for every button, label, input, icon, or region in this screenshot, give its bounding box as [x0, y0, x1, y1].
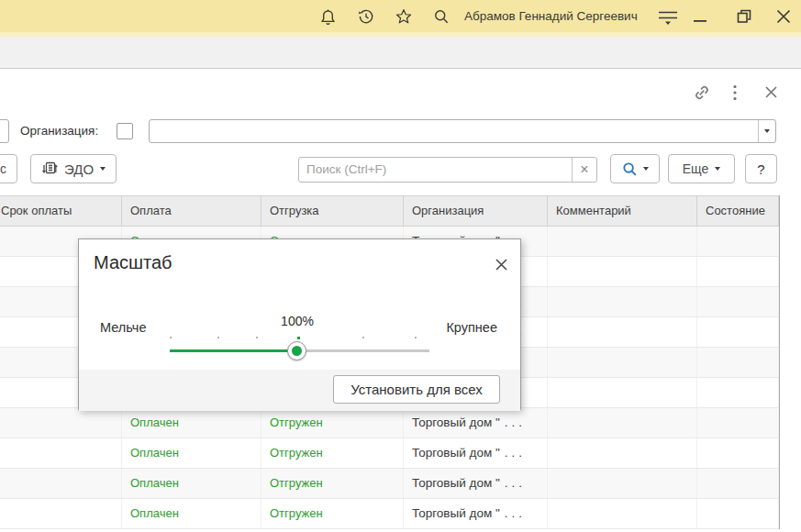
close-window-button[interactable]	[774, 7, 795, 26]
cell-empty	[0, 469, 122, 498]
cell-empty	[697, 408, 779, 438]
restore-window-button[interactable]	[735, 7, 755, 26]
table-row[interactable]: ОплаченОтгруженТорговый дом "...	[0, 408, 779, 438]
cell-empty	[548, 499, 697, 528]
cell-payment: Оплачен	[122, 408, 261, 438]
column-header[interactable]: Отгрузка	[261, 196, 404, 226]
help-button[interactable]: ?	[745, 154, 777, 183]
zoom-dialog: Масштаб Мельче Крупнее 100% Установить д…	[78, 238, 521, 410]
close-form-icon[interactable]	[764, 85, 779, 100]
left-cropped-field[interactable]	[0, 119, 9, 143]
cell-empty	[697, 469, 779, 498]
cell-empty	[548, 378, 697, 407]
cell-shipment: Отгружен	[261, 438, 404, 468]
search-field[interactable]: Поиск (Ctrl+F) ×	[298, 157, 597, 183]
organization-filter-checkbox[interactable]	[117, 123, 133, 139]
column-header[interactable]: Оплата	[122, 196, 261, 226]
left-cropped-button[interactable]: с	[0, 154, 17, 183]
cropped-button-label: с	[0, 161, 6, 176]
column-header[interactable]: Организация	[404, 196, 548, 226]
cell-shipment: Отгружен	[261, 499, 404, 528]
table-row[interactable]: ОплаченОтгруженТорговый дом "...	[0, 438, 779, 469]
organization-text: Торговый дом "	[412, 476, 500, 490]
cell-organization: Торговый дом "...	[404, 499, 548, 528]
organization-filter-label: Организация:	[20, 119, 98, 143]
organization-text: Торговый дом "	[412, 506, 500, 520]
zoom-larger-label: Крупнее	[446, 320, 497, 335]
slider-tick	[256, 337, 258, 338]
notifications-bell-icon[interactable]	[318, 7, 339, 26]
cell-empty	[697, 287, 779, 316]
zoom-smaller-label: Мельче	[100, 320, 147, 335]
more-button[interactable]: Еще	[668, 154, 735, 183]
zoom-value-label: 100%	[274, 314, 320, 328]
favorites-star-icon[interactable]	[395, 7, 415, 26]
cell-empty	[0, 408, 122, 438]
slider-tick-current	[297, 337, 300, 339]
slider-thumb[interactable]	[287, 341, 306, 360]
cell-empty	[548, 287, 697, 316]
cell-empty	[697, 378, 779, 407]
table-header: Срок оплатыОплатаОтгрузкаОрганизацияКомм…	[0, 195, 779, 227]
edo-button-label: ЭДО	[64, 161, 94, 177]
current-user-name[interactable]: Абрамов Геннадий Сергеевич	[464, 0, 638, 32]
help-button-label: ?	[757, 161, 764, 177]
cell-empty	[0, 438, 122, 468]
application-window: Абрамов Геннадий Сергеевич Организация: …	[0, 0, 801, 532]
table-row[interactable]: ОплаченОтгруженТорговый дом "...	[0, 469, 779, 499]
organization-filter-combo[interactable]	[149, 119, 776, 143]
column-header[interactable]: Срок оплаты	[0, 196, 122, 226]
set-for-all-button[interactable]: Установить для всех	[333, 375, 500, 404]
slider-tick	[362, 337, 364, 338]
cell-organization: Торговый дом "...	[404, 408, 548, 438]
global-search-icon[interactable]	[432, 7, 452, 26]
slider-track-empty[interactable]	[297, 349, 429, 352]
cell-empty	[697, 348, 779, 377]
more-menu-kebab-icon[interactable]	[731, 84, 740, 103]
cell-empty	[548, 408, 697, 438]
cell-empty	[697, 438, 779, 468]
search-dropdown-caret-icon	[643, 167, 649, 171]
search-magnifier-icon	[622, 161, 638, 177]
cell-empty	[548, 348, 697, 377]
minimize-button[interactable]	[691, 7, 711, 26]
cell-organization: Торговый дом "...	[404, 469, 548, 498]
get-link-icon[interactable]	[692, 83, 712, 103]
table-right-border	[779, 195, 780, 529]
cell-empty	[697, 317, 779, 347]
combo-dropdown-arrow-icon[interactable]	[758, 120, 775, 142]
edo-button[interactable]: ЭДО	[30, 154, 117, 183]
slider-thumb-dot	[292, 346, 302, 356]
search-clear-icon: ×	[580, 161, 588, 177]
cell-organization: Торговый дом "...	[404, 438, 548, 468]
column-header[interactable]: Состояние	[697, 196, 779, 226]
cell-empty	[548, 469, 697, 498]
slider-track-filled[interactable]	[170, 349, 297, 352]
cell-shipment: Отгружен	[261, 408, 404, 438]
cell-shipment: Отгружен	[261, 469, 404, 498]
organization-text: Торговый дом "	[412, 446, 500, 460]
cell-empty	[697, 257, 779, 286]
organization-truncation-ellipsis: ...	[505, 416, 526, 429]
dialog-footer: Установить для всех	[79, 370, 520, 411]
table-row[interactable]: ОплаченОтгруженТорговый дом "...	[0, 499, 779, 529]
cell-payment: Оплачен	[122, 469, 261, 498]
service-menu-icon[interactable]	[657, 7, 681, 26]
organization-text: Торговый дом "	[412, 416, 500, 429]
organization-truncation-ellipsis: ...	[505, 446, 526, 460]
history-icon[interactable]	[357, 7, 377, 26]
edo-exchange-icon	[41, 161, 58, 177]
search-clear-button[interactable]: ×	[572, 158, 596, 182]
cell-empty	[697, 227, 779, 256]
dialog-close-icon[interactable]	[495, 258, 511, 274]
search-button[interactable]	[610, 154, 660, 183]
slider-tick	[170, 337, 172, 338]
cell-empty	[697, 499, 779, 528]
edo-dropdown-caret-icon	[100, 167, 106, 171]
dialog-title: Масштаб	[94, 252, 172, 273]
cell-empty	[0, 499, 122, 528]
cell-payment: Оплачен	[122, 499, 261, 528]
cell-empty	[548, 257, 697, 286]
column-header[interactable]: Комментарий	[548, 196, 697, 226]
tabs-panel	[0, 37, 801, 69]
